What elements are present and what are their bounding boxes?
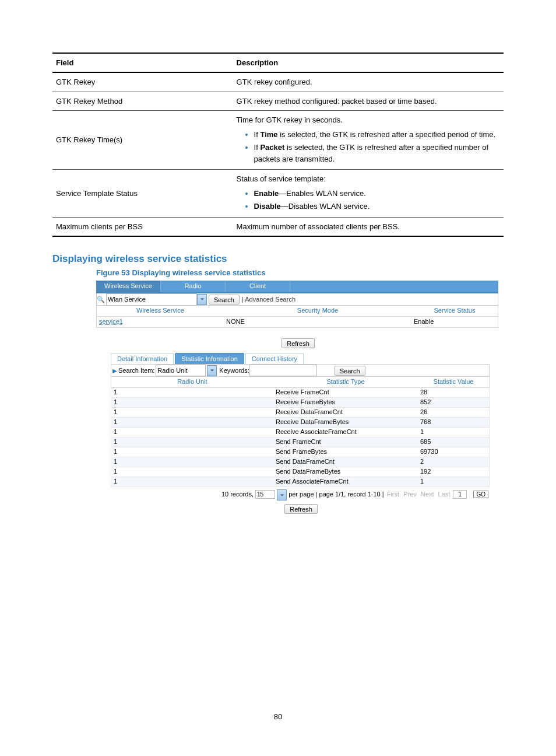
table-row: GTK Rekey Time(s) Time for GTK rekey in … [52,111,504,170]
tab-wireless-service[interactable]: Wireless Service [96,281,161,292]
col-statistic-type: Statistic Type [273,377,418,387]
desc-intro: Status of service template: [237,174,326,183]
table-row: Service Template Status Status of servic… [52,170,504,218]
page-last[interactable]: Last [438,491,451,498]
stat-type-cell: Receive FrameBytes [273,398,418,407]
search-bar: 🔍 Search | Advanced Search [96,293,498,306]
radio-unit-cell: 1 [111,408,273,417]
desc-cell: Status of service template: Enable—Enabl… [233,170,504,218]
stat-value-cell: 685 [418,438,489,447]
results-row: service1 NONE Enable [96,317,498,328]
stats-row: 1Receive DataFrameCnt26 [111,408,490,418]
search-item-label: Search Item: [118,367,154,374]
stats-row: 1Receive AssociateFrameCnt1 [111,428,490,438]
dropdown-icon[interactable] [277,489,287,501]
table-row: Maximum clients per BSS Maximum number o… [52,217,504,236]
page-next[interactable]: Next [421,491,434,498]
desc-intro: Time for GTK rekey in seconds. [237,116,343,124]
go-button[interactable]: GO [473,491,488,498]
security-mode-value: NONE [224,317,411,327]
advanced-search-link[interactable]: | Advanced Search [242,296,295,303]
stat-type-cell: Receive DataFrameCnt [273,408,418,417]
stat-type-cell: Receive FrameCnt [273,388,418,397]
stat-type-cell: Send DataFrameCnt [273,457,418,467]
keywords-input[interactable] [249,365,317,376]
stat-type-cell: Receive AssociateFrameCnt [273,428,418,437]
field-cell: GTK Rekey [52,72,233,92]
section-heading: Displaying wireless service statistics [52,253,504,265]
records-count: 10 records, [221,491,254,498]
stat-value-cell: 28 [418,388,489,397]
service-link[interactable]: service1 [99,318,123,325]
tab-statistic-information[interactable]: Statistic Information [175,353,244,364]
table-row: GTK Rekey Method GTK rekey method config… [52,92,504,111]
radio-unit-cell: 1 [111,388,273,397]
figure-screenshot: Wireless Service Radio Client 🔍 Search |… [96,281,498,514]
per-page-select[interactable] [255,490,275,499]
stats-row: 1Send FrameBytes69730 [111,447,490,457]
stat-type-cell: Send DataFrameBytes [273,467,418,477]
inner-tabs: Detail Information Statistic Information… [111,353,490,364]
expand-icon[interactable]: ▶ [112,368,117,374]
inner-search-bar: ▶ Search Item: Keywords: Search [111,364,490,377]
refresh-button[interactable]: Refresh [281,338,315,348]
radio-unit-cell: 1 [111,428,273,437]
dropdown-icon[interactable] [207,365,217,376]
statistic-panel: Detail Information Statistic Information… [111,353,490,514]
bullet-item: If Time is selected, the GTK is refreshe… [254,128,500,141]
figure-caption: Figure 53 Displaying wireless service st… [96,268,504,277]
stats-row: 1Receive DataFrameBytes768 [111,418,490,428]
field-cell: GTK Rekey Time(s) [52,111,233,170]
desc-cell: Time for GTK rekey in seconds. If Time i… [233,111,504,170]
search-icon: 🔍 [97,296,105,303]
stats-row: 1Receive FrameCnt28 [111,388,490,398]
stats-body: 1Receive FrameCnt281Receive FrameBytes85… [111,388,490,487]
bullet-item: Enable—Enables WLAN service. [254,187,500,200]
tab-connect-history[interactable]: Connect History [245,353,304,364]
stats-row: 1Send AssociateFrameCnt1 [111,477,490,487]
radio-unit-cell: 1 [111,438,273,447]
pagination: 10 records, per page | page 1/1, record … [111,487,490,503]
tab-radio[interactable]: Radio [161,281,226,292]
bullet-item: Disable—Disables WLAN service. [254,200,500,212]
desc-cell: GTK rekey method configured: packet base… [233,92,504,111]
stat-value-cell: 26 [418,408,489,417]
radio-unit-cell: 1 [111,418,273,427]
stat-value-cell: 2 [418,457,489,467]
col-security-mode: Security Mode [224,306,411,316]
page-first[interactable]: First [387,491,399,498]
col-service-status: Service Status [411,306,498,316]
stats-row: 1Send DataFrameCnt2 [111,457,490,467]
page-number: 80 [52,712,504,721]
per-page-label: per page | page 1/1, record 1-10 | [288,491,384,498]
stat-type-cell: Send FrameCnt [273,438,418,447]
stat-value-cell: 852 [418,398,489,407]
col-description: Description [233,53,504,72]
radio-unit-cell: 1 [111,477,273,487]
radio-unit-cell: 1 [111,467,273,477]
stat-value-cell: 192 [418,467,489,477]
stat-type-cell: Receive DataFrameBytes [273,418,418,427]
dropdown-icon[interactable] [197,294,207,305]
tab-client[interactable]: Client [226,281,290,292]
stat-value-cell: 768 [418,418,489,427]
radio-unit-cell: 1 [111,398,273,407]
field-description-table: Field Description GTK Rekey GTK rekey co… [52,52,504,237]
col-wireless-service: Wireless Service [97,306,224,316]
page-input[interactable] [453,490,467,499]
keywords-label: Keywords: [219,367,249,374]
search-item-select[interactable] [156,365,206,376]
stats-header: Radio Unit Statistic Type Statistic Valu… [111,377,490,388]
stat-value-cell: 1 [418,477,489,487]
tab-detail-information[interactable]: Detail Information [111,353,174,364]
results-header: Wireless Service Security Mode Service S… [96,306,498,317]
field-cell: GTK Rekey Method [52,92,233,111]
refresh-button[interactable]: Refresh [284,504,318,514]
col-radio-unit: Radio Unit [111,377,273,387]
stat-value-cell: 1 [418,428,489,437]
top-tabs: Wireless Service Radio Client [96,281,498,293]
inner-search-button[interactable]: Search [335,366,365,376]
search-button[interactable]: Search [209,295,240,304]
search-field-select[interactable] [106,293,197,306]
page-prev[interactable]: Prev [403,491,417,498]
